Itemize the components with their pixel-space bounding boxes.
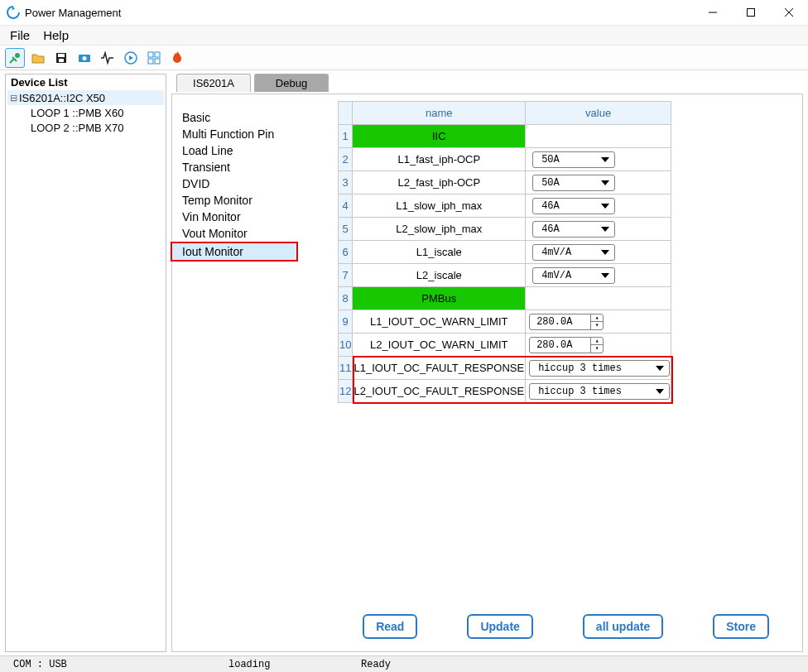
table-row: 11L1_IOUT_OC_FAULT_RESPONSEhiccup 3 time… [339, 357, 671, 380]
device-child[interactable]: LOOP 1 ::PMB X60 [7, 105, 164, 120]
play-icon[interactable] [121, 48, 141, 68]
param-select[interactable]: hiccup 3 times [529, 383, 670, 400]
titlebar: Power Management [0, 0, 808, 25]
param-name: L1_slow_iph_max [353, 194, 526, 218]
svg-point-4 [15, 53, 20, 58]
category-list: BasicMulti Function PinLoad LineTransien… [172, 94, 338, 651]
param-select[interactable]: hiccup 3 times [529, 360, 670, 377]
param-number[interactable]: 280.0A▴▾ [529, 314, 604, 330]
param-select[interactable]: 4mV/A [532, 267, 615, 284]
chevron-down-icon [601, 227, 609, 232]
row-number: 12 [339, 380, 353, 403]
toolbar [0, 46, 808, 70]
param-name: L1_fast_iph-OCP [353, 148, 526, 171]
grid-icon[interactable] [144, 48, 164, 68]
category-item[interactable]: Iout Monitor [172, 243, 296, 260]
category-item[interactable]: Basic [172, 109, 338, 126]
chevron-down-icon [601, 250, 609, 255]
waveform-icon[interactable] [98, 48, 118, 68]
svg-rect-11 [148, 52, 153, 57]
category-item[interactable]: Transient [172, 159, 338, 175]
param-select[interactable]: 4mV/A [532, 244, 615, 261]
row-number: 8 [339, 287, 353, 310]
table-row: 10L2_IOUT_OC_WARN_LIMIT280.0A▴▾ [339, 334, 671, 357]
col-value: value [526, 102, 671, 125]
chevron-down-icon [601, 273, 609, 278]
param-number[interactable]: 280.0A▴▾ [529, 337, 604, 353]
spin-buttons[interactable]: ▴▾ [590, 314, 603, 329]
open-folder-icon[interactable] [28, 48, 48, 68]
flame-icon[interactable] [167, 48, 187, 68]
camera-icon[interactable] [75, 48, 94, 68]
param-name: L2_IOUT_OC_FAULT_RESPONSE [353, 380, 526, 403]
param-value-cell: 280.0A▴▾ [526, 334, 671, 357]
menu-file[interactable]: File [3, 26, 36, 44]
param-name: L2_slow_iph_max [353, 218, 526, 241]
category-item[interactable]: DVID [172, 175, 338, 192]
status-loading: loading [215, 659, 348, 670]
row-number: 6 [339, 241, 353, 264]
spin-buttons[interactable]: ▴▾ [590, 338, 603, 353]
status-bar: COM : USB loading Ready [0, 655, 808, 672]
param-value-cell: 50A [526, 171, 671, 194]
table-row: 6L1_iscale4mV/A [339, 241, 671, 264]
param-value-cell: 4mV/A [526, 264, 671, 287]
menu-help[interactable]: Help [36, 26, 75, 44]
update-button[interactable]: Update [467, 614, 532, 639]
category-item[interactable]: Vout Monitor [172, 225, 338, 242]
param-value-cell: 50A [526, 148, 671, 171]
col-name: name [353, 102, 526, 125]
chevron-down-icon [601, 204, 609, 209]
tab-device[interactable]: IS6201A [176, 74, 251, 92]
device-list-sidebar: Device List ⊟ IS6201A::I2C X50 LOOP 1 ::… [5, 74, 166, 652]
table-row: 3L2_fast_iph-OCP50A [339, 171, 671, 194]
col-rownum [339, 102, 353, 125]
svg-rect-12 [155, 52, 160, 57]
svg-rect-7 [59, 59, 64, 62]
param-select[interactable]: 50A [532, 151, 615, 168]
param-value-cell: 4mV/A [526, 241, 671, 264]
device-list-heading: Device List [6, 74, 166, 90]
row-number: 3 [339, 171, 353, 194]
param-value-cell: 46A [526, 218, 671, 241]
svg-rect-13 [148, 59, 153, 64]
chevron-down-icon [601, 157, 609, 162]
category-item[interactable]: Load Line [172, 142, 338, 159]
row-number: 5 [339, 218, 353, 241]
table-row: 12L2_IOUT_OC_FAULT_RESPONSEhiccup 3 time… [339, 380, 671, 403]
row-number: 9 [339, 310, 353, 334]
maximize-button[interactable] [732, 0, 770, 25]
table-row: 4L1_slow_iph_max46A [339, 194, 671, 218]
param-select[interactable]: 50A [532, 175, 615, 191]
store-button[interactable]: Store [713, 614, 769, 639]
device-root[interactable]: ⊟ IS6201A::I2C X50 [7, 90, 164, 105]
param-name: L1_IOUT_OC_WARN_LIMIT [353, 310, 526, 334]
device-child[interactable]: LOOP 2 ::PMB X70 [7, 120, 164, 135]
param-value-cell: hiccup 3 times [526, 357, 671, 380]
svg-rect-1 [748, 9, 755, 17]
param-name: L1_iscale [353, 241, 526, 264]
parameter-area: name value 1IIC2L1_fast_iph-OCP50A3L2_fa… [338, 94, 802, 651]
connect-icon[interactable] [5, 48, 25, 68]
param-select[interactable]: 46A [532, 221, 615, 238]
category-item[interactable]: Multi Function Pin [172, 126, 338, 142]
table-row: 5L2_slow_iph_max46A [339, 218, 671, 241]
param-name: L2_IOUT_OC_WARN_LIMIT [353, 334, 526, 357]
read-button[interactable]: Read [363, 614, 417, 639]
parameter-table: name value 1IIC2L1_fast_iph-OCP50A3L2_fa… [338, 101, 671, 403]
collapse-toggle[interactable]: ⊟ [7, 93, 19, 103]
save-icon[interactable] [51, 48, 71, 68]
category-item[interactable]: Temp Monitor [172, 192, 338, 209]
all-update-button[interactable]: all update [583, 614, 663, 639]
category-item[interactable]: Vin Monitor [172, 209, 338, 225]
row-number: 7 [339, 264, 353, 287]
minimize-button[interactable] [694, 0, 732, 25]
close-button[interactable] [770, 0, 808, 25]
status-com: COM : USB [0, 659, 215, 670]
table-row: 8PMBus [339, 287, 671, 310]
row-number: 2 [339, 148, 353, 171]
param-name: IIC [353, 125, 526, 148]
param-select[interactable]: 46A [532, 198, 615, 214]
row-number: 4 [339, 194, 353, 218]
tab-debug[interactable]: Debug [254, 74, 329, 92]
